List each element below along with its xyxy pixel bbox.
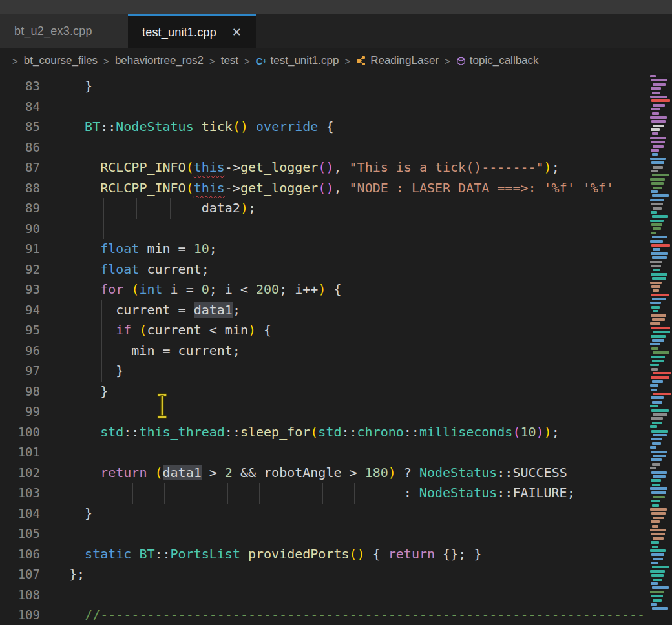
code-line-85[interactable]: 85 BT::NodeStatus tick() override { xyxy=(0,117,647,138)
code-text: } xyxy=(69,361,123,382)
line-number: 83 xyxy=(0,76,40,97)
code-line-98[interactable]: 98 } xyxy=(0,382,647,402)
code-area[interactable]: 83 }8485 BT::NodeStatus tick() override … xyxy=(0,73,647,625)
minimap-row xyxy=(651,430,668,433)
breadcrumb-item[interactable]: ReadingLaser xyxy=(356,54,439,67)
minimap-row xyxy=(652,525,658,528)
code-line-87[interactable]: 87 RCLCPP_INFO(this->get_logger(), "This… xyxy=(0,158,647,178)
minimap-row xyxy=(651,347,658,350)
code-line-109[interactable]: 109 //----------------------------------… xyxy=(0,605,647,625)
minimap-row xyxy=(650,384,658,387)
minimap-row xyxy=(653,455,666,457)
code-line-83[interactable]: 83 } xyxy=(0,76,647,97)
minimap-row xyxy=(653,558,663,560)
code-line-90[interactable]: 90 xyxy=(0,219,647,240)
code-line-108[interactable]: 108 xyxy=(0,585,647,606)
breadcrumb-item[interactable]: topic_callback xyxy=(456,54,539,67)
code-text: }; xyxy=(69,564,85,585)
minimap-row xyxy=(652,484,660,486)
minimap-row xyxy=(651,203,663,205)
minimap-row xyxy=(653,579,662,581)
code-line-93[interactable]: 93 for (int i = 0; i < 200; i++) { xyxy=(0,280,647,300)
minimap-row xyxy=(650,282,662,284)
code-line-89[interactable]: 89 data2); xyxy=(0,198,647,219)
minimap-row xyxy=(651,335,666,338)
minimap-row xyxy=(652,132,658,135)
code-line-103[interactable]: 103 : NodeStatus::FAILURE; xyxy=(0,483,647,504)
minimap-row xyxy=(652,194,669,197)
code-line-97[interactable]: 97 } xyxy=(0,361,647,382)
breadcrumb-label: test xyxy=(221,54,238,67)
line-number: 93 xyxy=(0,280,40,300)
minimap-row xyxy=(651,553,664,556)
code-line-91[interactable]: 91 float min = 10; xyxy=(0,239,647,260)
code-line-99[interactable]: 99 xyxy=(0,402,647,422)
code-line-92[interactable]: 92 float current; xyxy=(0,260,647,280)
code-line-105[interactable]: 105 xyxy=(0,524,647,544)
minimap-row xyxy=(653,289,659,292)
code-line-84[interactable]: 84 xyxy=(0,97,647,118)
close-icon[interactable]: ✕ xyxy=(232,26,242,38)
minimap-row xyxy=(650,343,660,345)
code-line-102[interactable]: 102 return (data1 > 2 && robotAngle > 18… xyxy=(0,463,647,484)
minimap-row xyxy=(653,83,666,86)
minimap-row xyxy=(651,273,667,276)
code-editor[interactable]: 83 }8485 BT::NodeStatus tick() override … xyxy=(0,73,672,625)
indent-guide xyxy=(70,97,70,118)
minimap-row xyxy=(652,277,666,280)
tab-test_unit1[interactable]: test_unit1.cpp ✕ xyxy=(128,14,256,48)
minimap-row xyxy=(651,582,658,585)
minimap-row xyxy=(652,112,659,115)
chevron-right-icon: > xyxy=(209,56,215,67)
code-text: data2); xyxy=(69,198,256,219)
code-line-94[interactable]: 94 current = data1; xyxy=(0,300,647,321)
minimap-row xyxy=(651,512,666,515)
minimap-row xyxy=(653,537,664,540)
code-line-88[interactable]: 88 RCLCPP_INFO(this->get_logger(), "NODE… xyxy=(0,178,647,199)
line-number: 104 xyxy=(0,504,40,524)
minimap-row xyxy=(650,570,665,573)
minimap-row xyxy=(653,331,670,333)
vscode-window: bt_u2_ex3.cpp test_unit1.cpp ✕ >bt_cours… xyxy=(0,0,672,625)
minimap-row xyxy=(650,508,667,511)
line-number: 95 xyxy=(0,320,40,341)
minimap-row xyxy=(650,75,656,77)
line-number: 106 xyxy=(0,544,40,565)
code-line-95[interactable]: 95 if (current < min) { xyxy=(0,320,647,341)
minimap-row xyxy=(650,302,661,304)
code-line-106[interactable]: 106 static BT::PortsList providedPorts()… xyxy=(0,544,647,565)
minimap-row xyxy=(652,92,660,94)
minimap-row xyxy=(650,364,659,366)
breadcrumb-item[interactable]: bt_course_files xyxy=(24,54,98,67)
code-line-101[interactable]: 101 xyxy=(0,442,647,463)
breadcrumb-item[interactable]: test xyxy=(221,54,238,67)
code-line-107[interactable]: 107}; xyxy=(0,564,647,585)
code-text: } xyxy=(69,504,92,524)
code-line-96[interactable]: 96 min = current; xyxy=(0,341,647,362)
field-symbol-icon xyxy=(456,56,466,66)
breadcrumb-item[interactable]: behaviortree_ros2 xyxy=(115,54,204,67)
minimap-row xyxy=(651,356,665,358)
code-text: return (data1 > 2 && robotAngle > 180) ?… xyxy=(69,463,567,484)
code-line-86[interactable]: 86 xyxy=(0,138,647,158)
minimap-row xyxy=(653,372,671,374)
line-number: 97 xyxy=(0,361,40,382)
minimap-row xyxy=(651,417,663,420)
breadcrumb-label: ReadingLaser xyxy=(370,54,439,67)
line-number: 107 xyxy=(0,564,40,585)
tab-bt_u2_ex3[interactable]: bt_u2_ex3.cpp xyxy=(0,14,128,48)
code-text: : NodeStatus::FAILURE; xyxy=(69,483,575,504)
minimap-row xyxy=(653,434,667,436)
breadcrumb-item[interactable]: C+test_unit1.cpp xyxy=(256,54,339,67)
code-line-104[interactable]: 104 } xyxy=(0,504,647,524)
line-number: 96 xyxy=(0,341,40,362)
line-number: 94 xyxy=(0,300,40,321)
minimap-row xyxy=(652,463,660,466)
minimap[interactable] xyxy=(650,73,672,625)
minimap-row xyxy=(651,99,670,102)
minimap-row xyxy=(650,261,662,263)
code-line-100[interactable]: 100 std::this_thread::sleep_for(std::chr… xyxy=(0,422,647,443)
minimap-row xyxy=(651,223,662,226)
minimap-row xyxy=(652,380,663,383)
line-number: 92 xyxy=(0,260,40,280)
